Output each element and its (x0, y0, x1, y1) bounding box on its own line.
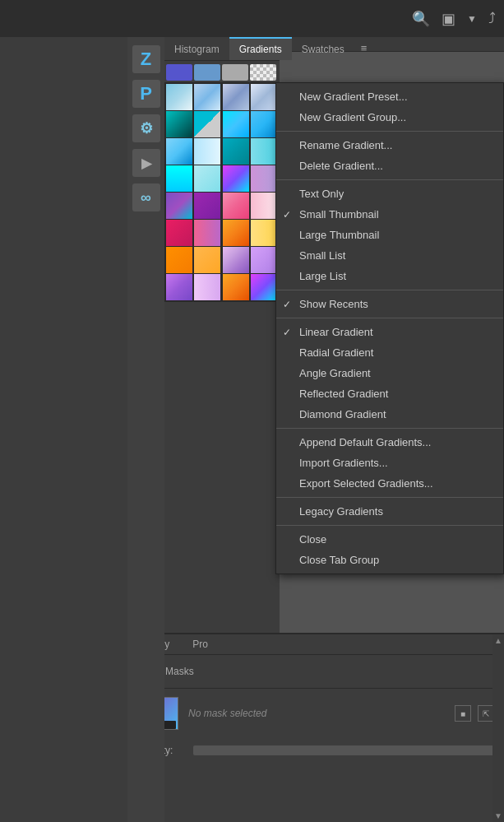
gradient-cell[interactable] (223, 84, 249, 110)
infinity-tool-button[interactable]: ∞ (132, 183, 160, 211)
gradient-cell[interactable] (251, 165, 277, 192)
menu-text-only[interactable]: Text Only (276, 183, 503, 204)
gradient-cell[interactable] (251, 193, 277, 219)
z-tool-button[interactable]: Z (132, 45, 160, 73)
scroll-up-arrow[interactable]: ▲ (492, 636, 504, 645)
separator-1 (276, 131, 503, 132)
gradient-cell[interactable] (251, 84, 277, 110)
left-sidebar (0, 37, 127, 822)
gradient-cell[interactable] (194, 193, 220, 219)
separator-3 (276, 290, 503, 290)
gradient-cell[interactable] (223, 193, 249, 219)
menu-close-tab-group[interactable]: Close Tab Group (276, 550, 503, 570)
checkmark-small-thumbnail: ✓ (283, 209, 291, 221)
menu-import-gradients[interactable]: Import Gradients... (276, 453, 503, 473)
chevron-down-icon[interactable]: ▼ (467, 13, 477, 25)
swatch-lightblue[interactable] (194, 64, 220, 81)
masks-section: ■ Masks (127, 655, 504, 689)
menu-radial-gradient[interactable]: Radial Gradient (276, 342, 503, 363)
menu-angle-gradient[interactable]: Angle Gradient (276, 363, 503, 383)
panel-menu-button[interactable]: ≡ (354, 37, 374, 60)
gradient-cell[interactable] (194, 274, 220, 300)
tab-pro[interactable]: Pro (181, 634, 220, 654)
gradient-cell[interactable] (194, 165, 220, 192)
gradient-cell[interactable] (251, 274, 277, 300)
masks-label: Masks (165, 666, 194, 677)
no-mask-text: No mask selected (188, 708, 266, 719)
no-mask-section: No mask selected ■ ⇱ (127, 689, 504, 738)
gradient-cell[interactable] (251, 247, 277, 273)
gradient-cell[interactable] (194, 247, 220, 273)
menu-small-thumbnail[interactable]: ✓ Small Thumbnail (276, 204, 503, 225)
panel-tab-bar: Histogram Gradients Swatches ≡ (164, 37, 280, 61)
gradients-panel: Histogram Gradients Swatches ≡ (164, 37, 280, 633)
swatch-blue[interactable] (166, 64, 192, 81)
menu-append-default-gradients[interactable]: Append Default Gradients... (276, 432, 503, 453)
tab-histogram[interactable]: Histogram (164, 37, 229, 60)
swatch-checker[interactable] (250, 64, 276, 81)
gradient-grid (164, 82, 280, 302)
tab-swatches[interactable]: Swatches (292, 37, 354, 60)
scroll-bar: ▲ ▼ (492, 634, 504, 822)
checkmark-linear-gradient: ✓ (283, 327, 291, 338)
gradient-cell[interactable] (194, 220, 220, 246)
separator-4 (276, 318, 503, 318)
menu-diamond-gradient[interactable]: Diamond Gradient (276, 404, 503, 425)
separator-6 (276, 497, 503, 498)
mask-action-icons: ■ ⇱ (455, 705, 494, 722)
gradient-cell[interactable] (223, 165, 249, 192)
gradient-cell[interactable] (166, 274, 192, 300)
gradient-cell[interactable] (194, 138, 220, 165)
menu-show-recents[interactable]: ✓ Show Recents (276, 294, 503, 314)
gradient-cell[interactable] (251, 138, 277, 165)
gradient-cell[interactable] (251, 111, 277, 137)
bottom-panel: ▲ ▼ History Pro ■ Masks No mask selected… (127, 633, 504, 822)
menu-large-list[interactable]: Large List (276, 266, 503, 286)
gradient-cell[interactable] (223, 247, 249, 273)
gradient-cell[interactable] (251, 220, 277, 246)
search-icon[interactable]: 🔍 (412, 10, 430, 28)
checkmark-show-recents: ✓ (283, 299, 291, 310)
scroll-down-arrow[interactable]: ▼ (492, 811, 504, 820)
separator-2 (276, 179, 503, 180)
separator-5 (276, 428, 503, 429)
menu-reflected-gradient[interactable]: Reflected Gradient (276, 383, 503, 404)
play-tool-button[interactable]: ▶ (132, 149, 160, 177)
menu-close[interactable]: Close (276, 529, 503, 550)
mask-resize-icon[interactable]: ⇱ (478, 705, 494, 722)
p-tool-button[interactable]: P (132, 80, 160, 108)
density-bar (193, 745, 494, 755)
gradient-cell[interactable] (223, 220, 249, 246)
gradient-cell[interactable] (166, 193, 192, 219)
tab-gradients[interactable]: Gradients (229, 37, 292, 60)
menu-small-list[interactable]: Small List (276, 245, 503, 266)
menu-export-selected-gradients[interactable]: Export Selected Gradients... (276, 473, 503, 494)
menu-rename-gradient[interactable]: Rename Gradient... (276, 135, 503, 156)
mask-square-icon[interactable]: ■ (455, 705, 471, 722)
gradient-cell[interactable] (166, 84, 192, 110)
gradient-cell[interactable] (194, 84, 220, 110)
gradient-cell[interactable] (166, 138, 192, 165)
menu-new-gradient-group[interactable]: New Gradient Group... (276, 107, 503, 128)
export-icon[interactable]: ⤴ (488, 10, 496, 27)
menu-new-gradient-preset[interactable]: New Gradient Preset... (276, 86, 503, 107)
menu-delete-gradient[interactable]: Delete Gradient... (276, 156, 503, 176)
gradient-cell[interactable] (194, 111, 220, 137)
gradient-cell[interactable] (166, 111, 192, 137)
menu-legacy-gradients[interactable]: Legacy Gradients (276, 501, 503, 522)
density-section: Density: (127, 738, 504, 763)
gradient-cell[interactable] (223, 274, 249, 300)
gradient-cell[interactable] (223, 138, 249, 165)
swatch-gray[interactable] (222, 64, 248, 81)
gradient-cell[interactable] (166, 220, 192, 246)
gradient-cell[interactable] (166, 247, 192, 273)
menu-large-thumbnail[interactable]: Large Thumbnail (276, 225, 503, 245)
bottom-tab-bar: History Pro (127, 634, 504, 655)
gradient-cell[interactable] (223, 111, 249, 137)
layout-icon[interactable]: ▣ (442, 10, 455, 28)
gradient-cell[interactable] (166, 165, 192, 192)
separator-7 (276, 525, 503, 526)
menu-linear-gradient[interactable]: ✓ Linear Gradient (276, 322, 503, 342)
top-toolbar: 🔍 ▣ ▼ ⤴ (0, 0, 504, 37)
settings-tool-button[interactable]: ⚙ (132, 114, 160, 142)
